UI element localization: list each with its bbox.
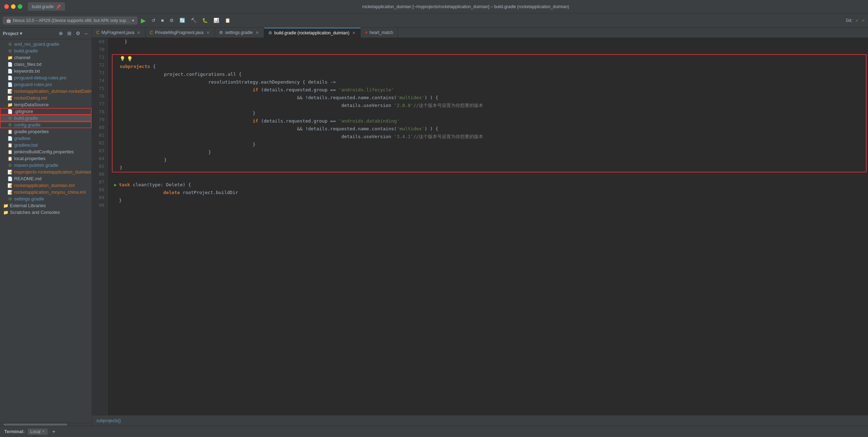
code-token: && !details.requested.name.contains( <box>297 125 397 133</box>
lightbulb-icon[interactable]: 💡 <box>120 55 125 63</box>
stop-button[interactable]: ■ <box>159 16 166 24</box>
tree-item-label: maven-publish.gradle <box>14 163 58 168</box>
sidebar-collapse-btn[interactable]: – <box>83 30 89 37</box>
sidebar-item-settings-gradle[interactable]: ⚙settings.gradle <box>0 195 92 202</box>
editor-tab-privatemsg[interactable]: CPrivateMsgFragment.java✕ <box>145 28 215 38</box>
sidebar-item-gradlew-bat[interactable]: 📋gradlew.bat <box>0 142 92 148</box>
run-button[interactable]: ▶ <box>139 16 148 25</box>
sidebar-item-gitignore[interactable]: 📄.gitignore <box>0 108 92 115</box>
terminal-local-tab[interactable]: Local ✕ <box>28 429 48 435</box>
sidebar-item-build-gradle-root[interactable]: ⚙build.gradle <box>0 115 92 121</box>
sidebar-item-rocketapp-moyou-iml[interactable]: 📝rocketapplication_moyou_china.iml <box>0 189 92 195</box>
tab-close-btn[interactable]: ✕ <box>255 30 259 35</box>
code-line-86 <box>112 173 868 181</box>
device-selector[interactable]: 🤖 Nexus 10.0 – API29 (Device supports x8… <box>3 17 137 24</box>
sidebar-scrollbar[interactable] <box>0 423 92 426</box>
sync-button[interactable]: 🔄 <box>177 16 187 24</box>
code-token: 'multidex' <box>397 125 424 133</box>
sidebar-item-local-properties[interactable]: 📋local.properties <box>0 155 92 162</box>
sidebar-item-build-gradle[interactable]: ⚙build.gradle <box>0 47 92 54</box>
sidebar-settings-btn[interactable]: ⚙ <box>74 30 82 37</box>
toolbar: 🤖 Nexus 10.0 – API29 (Device supports x8… <box>0 13 868 28</box>
build-button[interactable]: 🔨 <box>189 16 199 24</box>
sidebar-item-maven-publish[interactable]: ⚙maven-publish.gradle <box>0 162 92 169</box>
maximize-button[interactable] <box>18 4 22 9</box>
sidebar-item-external-libraries[interactable]: 📁External Libraries <box>0 202 92 209</box>
tree-item-label: gradlew <box>14 136 30 141</box>
sidebar-layout-btn[interactable]: ⊞ <box>66 30 73 37</box>
minimize-button[interactable] <box>11 4 16 9</box>
code-line-72: subprojects { <box>113 63 866 70</box>
editor-tab-myfragment[interactable]: CMyFragment.java✕ <box>92 28 145 38</box>
sidebar-item-class-files[interactable]: 📄class_files.txt <box>0 61 92 68</box>
sidebar-item-proguard-rules[interactable]: 📄proguard-rules.pro <box>0 81 92 88</box>
code-line-80: && !details.requested.name.contains('mul… <box>113 125 866 133</box>
sidebar-scope-btn[interactable]: ⊕ <box>57 30 64 37</box>
editor-tab-build-gradle-active[interactable]: ⚙build.gradle (rocketapplication_duimian… <box>264 28 361 38</box>
terminal-add-button[interactable]: + <box>51 429 57 435</box>
sidebar-item-channel[interactable]: 📁channel <box>0 54 92 61</box>
code-token: if <box>253 117 258 125</box>
code-token: 'multidex' <box>397 94 424 102</box>
sidebar-item-gradlew[interactable]: 📄gradlew <box>0 135 92 142</box>
tab-close-btn[interactable]: ✕ <box>136 30 141 35</box>
refresh-button[interactable]: ↺ <box>149 16 158 24</box>
editor-tab-settings-gradle[interactable]: ⚙settings.gradle✕ <box>215 28 264 38</box>
build-gradle-tab-label: build.gradle <box>32 4 54 9</box>
code-line-82: } <box>113 141 866 148</box>
terminal-label: Terminal: <box>4 429 25 434</box>
indent <box>120 86 253 94</box>
highlighted-code-block: 💡💡subprojects { project.configurations.a… <box>112 54 867 172</box>
tree-item-label: keywords.txt <box>14 68 40 74</box>
profile-button[interactable]: 📊 <box>211 16 221 24</box>
close-button[interactable] <box>4 4 9 9</box>
traffic-lights <box>4 4 22 9</box>
code-content[interactable]: }💡💡subprojects { project.configurations.… <box>108 38 868 415</box>
code-line-77: details.useVersion '2.0.0'//这个版本号设置为你想要的… <box>113 102 866 109</box>
settings-button[interactable]: ⚙ <box>167 16 176 24</box>
line-number: 85 <box>95 163 104 170</box>
tree-item-label: proguard-rules.pro <box>14 82 52 87</box>
file-icon: 📄 <box>7 62 13 67</box>
line-number: 74 <box>95 77 104 85</box>
editor-tab-heart-match[interactable]: ♥heart_match <box>361 28 398 38</box>
terminal-bar: Terminal: Local ✕ + <box>0 426 868 437</box>
indent <box>120 94 297 102</box>
coverage-button[interactable]: 📋 <box>223 16 233 24</box>
window-title: rocketapplication_duimian [~/myprojects/… <box>68 4 864 9</box>
sidebar-item-keywords[interactable]: 📄keywords.txt <box>0 68 92 74</box>
line-number: 71 <box>95 53 104 61</box>
sidebar-item-scratches[interactable]: 📁Scratches and Consoles <box>0 209 92 216</box>
file-icon: 📝 <box>7 89 13 94</box>
tree-item-label: and_res_guard.gradle <box>14 41 59 47</box>
sidebar-item-rocketapp-duimian-iml[interactable]: 📝rocketapplication_duimian.iml <box>0 182 92 189</box>
tab-close-btn[interactable]: ✕ <box>352 31 356 35</box>
git-status: Git: ✓ ✓ <box>846 18 865 23</box>
build-gradle-title-tab[interactable]: build.gradle 📌 <box>28 2 65 11</box>
sidebar-item-README[interactable]: 📄README.md <box>0 175 92 182</box>
debug-button[interactable]: 🐛 <box>200 16 210 24</box>
sidebar-item-proguard-debug[interactable]: 📄proguard-debug-rules.pro <box>0 74 92 81</box>
code-token: subprojects <box>120 63 150 70</box>
sidebar-item-myprojects-iml[interactable]: 📝myprojects-rocketapplication_duimian.im… <box>0 169 92 175</box>
file-icon: 📝 <box>7 190 13 195</box>
sidebar-item-rocketapp-iml[interactable]: 📝rocketapplication_duimian-rocketDating.… <box>0 88 92 95</box>
tree-item-label: myprojects-rocketapplication_duimian.iml <box>14 169 92 175</box>
sidebar-item-jenkinsBuildConfig[interactable]: 📋jenkinsBuildConfig.properties <box>0 148 92 155</box>
sidebar-item-config-gradle[interactable]: ⚙config.gradle <box>0 121 92 128</box>
run-arrow-icon[interactable]: ▶ <box>112 181 119 189</box>
sidebar-item-and-res-guard[interactable]: ⚙and_res_guard.gradle <box>0 41 92 47</box>
code-line-69: } <box>112 38 868 46</box>
code-token: '3.4.1' <box>394 133 413 141</box>
code-token: '2.0.0' <box>394 102 413 109</box>
code-token: //这个版本号设置为你想要的版本 <box>413 102 484 109</box>
sidebar-item-gradle-properties[interactable]: 📋gradle.properties <box>0 128 92 135</box>
tab-close-btn[interactable]: ✕ <box>206 30 210 35</box>
sidebar-item-tempDataSource[interactable]: 📁tempDataSource <box>0 101 92 108</box>
tree-item-label: rocketapplication_moyou_china.iml <box>14 189 86 195</box>
code-token: 'androidx.databinding' <box>338 117 399 125</box>
terminal-tab-close[interactable]: ✕ <box>42 429 45 434</box>
line-number: 79 <box>95 116 104 124</box>
sidebar-item-rocketDating-iml[interactable]: 📝rocketDating.iml <box>0 95 92 101</box>
tree-item-label: rocketapplication_duimian-rocketDating.i… <box>14 89 92 94</box>
